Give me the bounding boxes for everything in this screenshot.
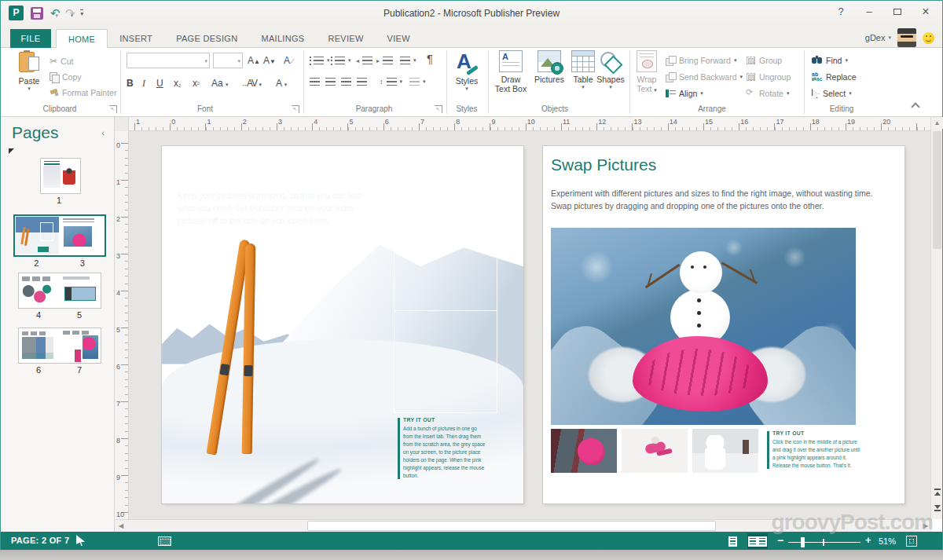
copy-button[interactable]: Copy — [50, 70, 82, 84]
two-page-spread-button[interactable] — [747, 533, 768, 549]
maximize-button[interactable] — [887, 4, 908, 20]
character-spacing-button[interactable]: ↔AV ▾ — [241, 76, 261, 90]
replace-button[interactable]: ab⇄acReplace — [812, 70, 857, 84]
zoom-in-button[interactable]: + — [865, 534, 871, 546]
align-center-button[interactable] — [325, 75, 336, 89]
tab-file[interactable]: FILE — [10, 29, 51, 48]
tab-insert[interactable]: INSERT — [108, 29, 164, 48]
left-page-heading[interactable]: Insert Pictures — [178, 159, 283, 178]
align-right-button[interactable] — [341, 75, 351, 89]
horizontal-ruler[interactable]: 101234567891011121314151617181920 — [115, 117, 932, 131]
font-color-button[interactable]: A ▾ — [276, 76, 287, 90]
find-button[interactable]: Find▾ — [812, 53, 848, 68]
draw-text-box-button[interactable]: DrawText Box — [493, 50, 529, 93]
picture-placeholder-1[interactable] — [394, 207, 497, 311]
wrap-text-button[interactable]: WrapText ▾ — [633, 50, 661, 95]
tab-review[interactable]: REVIEW — [316, 29, 375, 48]
horizontal-scrollbar[interactable]: ◀ ▶ — [115, 519, 932, 532]
table-button[interactable]: Table ▾ — [570, 50, 596, 90]
help-button[interactable]: ? — [831, 4, 851, 20]
decrease-indent-button[interactable]: ◂ — [356, 53, 372, 68]
format-painter-button[interactable]: Format Painter — [50, 86, 116, 100]
clear-formatting-button[interactable]: A⟋ — [284, 53, 295, 68]
vertical-ruler[interactable]: 012345678910 — [115, 131, 129, 519]
font-dialog-launcher[interactable]: ↘ — [292, 105, 299, 113]
left-tryit-box[interactable]: TRY IT OUT Add a bunch of pictures in on… — [403, 417, 486, 480]
publication-canvas[interactable]: Insert Pictures Keep your pictures organ… — [129, 131, 932, 519]
bold-button[interactable]: B — [127, 76, 134, 90]
clipboard-dialog-launcher[interactable]: ↘ — [109, 105, 117, 113]
photo-thumb-child[interactable] — [551, 429, 617, 473]
shapes-button[interactable]: Shapes ▾ — [595, 50, 626, 90]
underline-button[interactable]: U — [156, 76, 163, 90]
group-button[interactable]: Group — [746, 53, 782, 68]
page-thumbnail-2-3[interactable] — [13, 214, 106, 257]
columns-button[interactable]: ▾ — [400, 53, 416, 68]
line-spacing-button[interactable]: ↕▾ — [380, 75, 402, 89]
collapse-ribbon-icon[interactable] — [911, 102, 919, 111]
close-button[interactable]: × — [915, 4, 936, 20]
grow-font-button[interactable]: A▲ — [248, 53, 260, 68]
font-name-combo[interactable]: ▾ — [127, 53, 210, 68]
horizontal-scroll-thumb[interactable] — [307, 521, 716, 531]
panel-section-icon[interactable] — [9, 148, 14, 154]
paragraph-format-button[interactable]: ▾ — [409, 75, 426, 89]
shrink-font-button[interactable]: A▼ — [263, 53, 276, 68]
numbering-button[interactable]: ▾ — [331, 53, 351, 68]
single-page-view-button[interactable] — [722, 533, 743, 549]
superscript-button[interactable]: x² — [193, 76, 200, 90]
align-button[interactable]: Align▾ — [666, 86, 703, 101]
vertical-scrollbar[interactable]: ▲ — [930, 117, 942, 519]
page-2[interactable]: Insert Pictures Keep your pictures organ… — [162, 146, 523, 503]
next-page-button[interactable] — [932, 503, 942, 514]
tab-home[interactable]: HOME — [56, 29, 108, 48]
font-name-dropdown-icon[interactable]: ▾ — [204, 58, 207, 64]
zoom-out-button[interactable]: − — [777, 534, 783, 547]
right-tryit-box[interactable]: TRY IT OUT Click the icon in the middle … — [772, 430, 860, 470]
change-case-button[interactable]: Aa ▾ — [211, 76, 229, 90]
special-characters-button[interactable]: ¶ — [427, 51, 433, 65]
page-3[interactable]: Swap Pictures Experiment with different … — [543, 146, 904, 503]
font-size-combo[interactable]: ▾ — [213, 53, 243, 68]
bullets-button[interactable]: ▾ — [310, 53, 330, 68]
page-thumbnail-6-7[interactable] — [18, 328, 101, 364]
cut-button[interactable]: ✂Cut — [50, 54, 73, 68]
right-page-body[interactable]: Experiment with different pictures and s… — [551, 187, 895, 213]
paste-button[interactable]: Paste ▾ — [12, 50, 46, 92]
picture-placeholder-2[interactable] — [394, 310, 497, 413]
increase-indent-button[interactable]: ▸ — [376, 53, 393, 68]
feedback-smiley-icon[interactable] — [923, 32, 934, 44]
fit-page-icon[interactable] — [906, 536, 917, 547]
align-left-button[interactable] — [310, 75, 320, 89]
pictures-button[interactable]: Pictures — [530, 50, 568, 84]
italic-button[interactable]: I — [142, 76, 145, 90]
zoom-level[interactable]: 51% — [879, 536, 896, 546]
paragraph-dialog-launcher[interactable]: ↘ — [435, 105, 442, 113]
panel-collapse-icon[interactable]: ‹ — [101, 128, 105, 137]
object-size-icon[interactable] — [158, 536, 171, 546]
select-button[interactable]: Select▾ — [812, 86, 852, 101]
minimize-button[interactable]: – — [859, 4, 879, 20]
previous-page-button[interactable] — [932, 488, 942, 499]
zoom-slider-thumb[interactable] — [801, 537, 805, 547]
rotate-button[interactable]: Rotate▾ — [746, 86, 789, 101]
scroll-left-icon[interactable]: ◀ — [115, 520, 127, 532]
tab-view[interactable]: VIEW — [376, 29, 422, 48]
page-thumbnail-4-5[interactable] — [18, 273, 101, 309]
vertical-scroll-thumb[interactable] — [933, 131, 941, 249]
subscript-button[interactable]: x₂ — [174, 76, 181, 90]
left-page-body[interactable]: Keep your pictures organized, so that yo… — [178, 190, 380, 227]
bring-forward-button[interactable]: Bring Forward▾ — [666, 53, 736, 68]
account-name[interactable]: gDex — [865, 33, 886, 42]
tab-page-design[interactable]: PAGE DESIGN — [164, 29, 249, 48]
page-thumbnail-1[interactable] — [40, 158, 81, 194]
zoom-slider-track[interactable] — [788, 542, 860, 543]
right-page-heading[interactable]: Swap Pictures — [551, 156, 656, 174]
send-backward-button[interactable]: Send Backward▾ — [666, 70, 743, 84]
scroll-right-icon[interactable]: ▶ — [919, 520, 932, 532]
justify-button[interactable] — [357, 75, 367, 89]
account-caret-icon[interactable]: ▾ — [888, 35, 891, 41]
photo-thumb-snow-angel[interactable] — [622, 429, 688, 473]
avatar[interactable] — [897, 28, 916, 47]
tab-mailings[interactable]: MAILINGS — [249, 29, 316, 48]
